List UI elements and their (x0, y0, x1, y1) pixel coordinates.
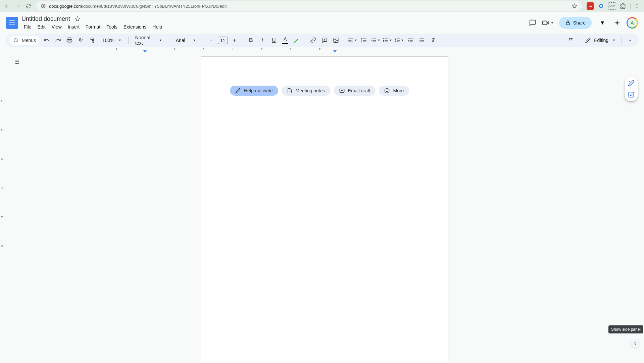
zoom-select[interactable]: 100%▼ (99, 38, 125, 43)
docs-logo-icon[interactable] (6, 17, 18, 29)
bullet-list-button[interactable]: ▼ (383, 36, 392, 45)
font-select[interactable]: Arial▼ (172, 38, 199, 43)
share-button[interactable]: Share (559, 17, 592, 29)
side-fab (625, 77, 638, 101)
show-outline-button[interactable] (13, 58, 20, 65)
share-caret-button[interactable]: ▼ (597, 20, 608, 26)
checklist-button[interactable]: ▼ (371, 36, 381, 45)
extension-2-icon[interactable] (597, 2, 605, 10)
increase-font-button[interactable]: + (230, 36, 239, 45)
svg-rect-9 (68, 41, 71, 43)
show-side-panel-button[interactable] (631, 339, 640, 348)
chrome-menu-button[interactable] (634, 3, 640, 9)
document-title[interactable]: Untitled document (21, 15, 70, 22)
italic-button[interactable]: I (258, 36, 267, 45)
meet-button[interactable]: ▼ (542, 19, 554, 27)
document-page[interactable]: Help me write Meeting notes Email draft … (201, 56, 448, 363)
meeting-notes-chip[interactable]: Meeting notes (282, 86, 331, 96)
right-indent-marker[interactable] (333, 50, 337, 52)
print-button[interactable] (65, 36, 74, 45)
back-button[interactable] (4, 3, 10, 9)
horizontal-ruler[interactable]: 1 2 3 4 5 6 7 (5, 47, 644, 53)
svg-point-20 (383, 42, 384, 42)
numbered-list-button[interactable]: ▼ (394, 36, 404, 45)
menu-tools[interactable]: Tools (104, 23, 120, 31)
tooltip: Show side panel (608, 325, 643, 333)
menubar: File Edit View Insert Format Tools Exten… (21, 23, 164, 31)
email-draft-chip[interactable]: Email draft (334, 86, 376, 96)
extensions-area: ••• INVID (587, 2, 640, 10)
highlight-button[interactable] (292, 36, 301, 45)
svg-point-2 (637, 4, 638, 5)
address-bar[interactable]: docs.google.com/document/d/18VKov0rWuC0i… (36, 1, 582, 11)
share-label: Share (573, 20, 586, 26)
menu-file[interactable]: File (21, 23, 34, 31)
workspace: 1 2 3 4 5 6 Help me write Meeting notes (0, 53, 644, 363)
site-info-icon[interactable] (41, 4, 46, 8)
menu-insert[interactable]: Insert (65, 23, 82, 31)
insert-link-button[interactable] (308, 36, 318, 45)
menu-view[interactable]: View (49, 23, 64, 31)
extensions-puzzle-icon[interactable] (620, 2, 627, 10)
increase-indent-button[interactable] (417, 36, 427, 45)
paint-format-button[interactable] (88, 36, 97, 45)
bookmark-star-icon[interactable] (572, 3, 577, 9)
font-size-input[interactable] (218, 37, 228, 44)
vertical-ruler[interactable]: 1 2 3 4 5 6 (0, 53, 5, 363)
decrease-indent-button[interactable] (406, 36, 415, 45)
insert-image-button[interactable] (331, 36, 341, 45)
url-text: docs.google.com/document/d/18VKov0rWuC0i… (49, 4, 227, 9)
menu-format[interactable]: Format (83, 23, 103, 31)
svg-point-4 (637, 7, 638, 8)
add-comment-button[interactable] (320, 36, 329, 45)
smart-chips-row: Help me write Meeting notes Email draft … (230, 86, 419, 96)
document-area: Help me write Meeting notes Email draft … (5, 53, 644, 363)
svg-point-19 (383, 40, 384, 41)
reload-button[interactable] (26, 3, 32, 9)
left-indent-marker[interactable] (143, 50, 147, 52)
svg-marker-1 (572, 4, 577, 8)
forward-button[interactable] (15, 3, 21, 9)
formatting-toolbar: Menus 100%▼ Normal text▼ Arial▼ − + B I … (5, 34, 639, 47)
svg-rect-7 (566, 22, 569, 25)
svg-point-8 (14, 38, 17, 42)
extension-nvd-icon[interactable]: INVID (608, 2, 616, 10)
svg-rect-38 (629, 92, 634, 97)
extension-1-icon[interactable]: ••• (587, 2, 594, 10)
menu-help[interactable]: Help (150, 23, 164, 31)
docs-header: Untitled document File Edit View Insert … (0, 12, 644, 34)
svg-rect-6 (543, 21, 547, 25)
svg-point-3 (637, 6, 638, 7)
svg-marker-5 (75, 16, 80, 21)
redo-button[interactable] (53, 36, 63, 45)
clear-formatting-button[interactable] (429, 36, 438, 45)
undo-button[interactable] (42, 36, 51, 45)
comments-button[interactable] (529, 19, 537, 27)
help-me-write-chip[interactable]: Help me write (230, 86, 278, 96)
menu-edit[interactable]: Edit (35, 23, 48, 31)
dictate-button[interactable] (566, 36, 576, 45)
bold-button[interactable]: B (246, 36, 256, 45)
line-spacing-button[interactable] (359, 36, 369, 45)
underline-button[interactable]: U (269, 36, 279, 45)
spellcheck-button[interactable] (76, 36, 86, 45)
collapse-toolbar-button[interactable] (625, 36, 635, 45)
svg-point-18 (383, 39, 384, 39)
search-menus-button[interactable]: Menus (9, 36, 40, 45)
svg-point-0 (43, 5, 44, 7)
svg-point-11 (335, 39, 335, 40)
align-button[interactable]: ▼ (348, 36, 357, 45)
decrease-font-button[interactable]: − (206, 36, 216, 45)
suggest-edits-button[interactable] (627, 91, 635, 99)
star-button[interactable] (75, 16, 80, 21)
gemini-side-button[interactable] (627, 79, 635, 87)
account-avatar[interactable]: A (627, 17, 638, 29)
menu-extensions[interactable]: Extensions (121, 23, 149, 31)
editing-mode-select[interactable]: Editing ▼ (583, 38, 618, 43)
text-color-button[interactable]: A (281, 36, 290, 45)
more-chip[interactable]: More (379, 86, 409, 96)
gemini-button[interactable] (613, 19, 621, 27)
svg-point-37 (385, 88, 389, 93)
paragraph-style-select[interactable]: Normal text▼ (132, 35, 165, 46)
browser-toolbar: docs.google.com/document/d/18VKov0rWuC0i… (0, 0, 644, 12)
